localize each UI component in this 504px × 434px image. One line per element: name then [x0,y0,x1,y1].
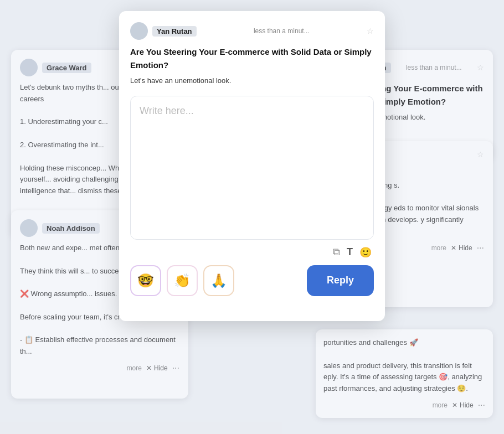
modal-post-header: Yan Rutan less than a minut... ☆ [130,22,374,40]
star-icon[interactable]: ☆ [367,27,374,35]
reply-button[interactable]: Reply [307,265,374,296]
text-format-icon[interactable]: T [347,246,353,259]
reply-compose-area[interactable]: Write here... [130,96,374,240]
clap-emoji: 👏 [174,273,191,288]
modal-post-body: Are You Steering Your E-commerce with So… [130,45,374,87]
emoji-clap-button[interactable]: 👏 [167,265,198,296]
modal-card: Yan Rutan less than a minut... ☆ Are You… [119,11,385,321]
author-name: Yan Rutan [152,26,197,37]
avatar [130,22,148,40]
copy-icon[interactable]: ⧉ [333,246,340,259]
emoji-pray-button[interactable]: 🙏 [203,265,234,296]
compose-toolbar: ⧉ T 🙂 [130,246,374,259]
emoji-reaction-row: 🤓 👏 🙏 Reply [130,265,374,296]
emoji-picker-icon[interactable]: 🙂 [359,246,372,259]
post-subtitle: Let's have an unemotional look. [130,75,374,87]
emoji-nerd-button[interactable]: 🤓 [130,265,161,296]
pray-emoji: 🙏 [210,273,227,288]
timestamp: less than a minut... [254,27,310,35]
header-meta: Yan Rutan less than a minut... ☆ [152,26,374,37]
nerd-emoji: 🤓 [137,273,154,288]
compose-placeholder: Write here... [140,105,194,116]
post-title: Are You Steering Your E-commerce with So… [130,45,374,72]
